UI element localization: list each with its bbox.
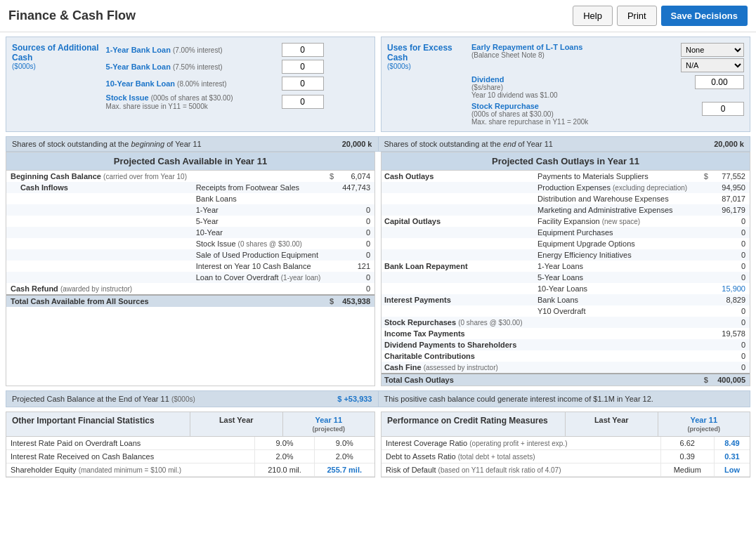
print-button[interactable]: Print xyxy=(617,6,657,26)
cash-outlays-row: Cash Outlays Payments to Materials Suppl… xyxy=(382,171,750,182)
cash-outlays-table: Cash Outlays Payments to Materials Suppl… xyxy=(382,171,750,386)
credit-last: Medium xyxy=(660,463,714,477)
ca-col3 xyxy=(325,272,338,283)
repurchase-section: Stock Repurchase (000s of shares at $30.… xyxy=(471,102,744,126)
co-g2: Distribution and Warehouse Expenses xyxy=(535,193,700,204)
credit-col-last: Last Year xyxy=(565,412,658,436)
co-g2: Marketing and Administrative Expenses xyxy=(535,204,700,216)
cash-outlays-row: Energy Efficiency Initiatives 0 xyxy=(382,249,750,261)
shares-end-value: 20,000 k xyxy=(714,140,744,148)
stats-last: 9.0% xyxy=(255,437,314,450)
co-g1: Capital Outlays xyxy=(382,216,535,227)
co-g4: 8,829 xyxy=(711,294,750,305)
sources-panel: Sources of Additional Cash ($000s) 1-Yea… xyxy=(6,37,375,132)
cash-available-header: Projected Cash Available in Year 11 xyxy=(6,152,374,171)
stats-row: Shareholder Equity (mandated minimum = $… xyxy=(6,463,374,477)
loan2-input[interactable] xyxy=(282,60,324,74)
co-g4: 96,179 xyxy=(711,204,750,216)
co-g4: 0 xyxy=(711,272,750,283)
credit-col-y11: Year 11 (projected) xyxy=(658,412,750,436)
credit-row: Debt to Assets Ratio (total debt + total… xyxy=(382,450,750,463)
cash-available-row: 10-Year 0 xyxy=(6,227,374,238)
credit-y11: 0.31 xyxy=(714,450,750,463)
early-repay-dropdown1[interactable]: None xyxy=(681,43,744,57)
ca-col4: 0 xyxy=(338,249,374,261)
ca-col2: Interest on Year 10 Cash Balance xyxy=(192,261,325,272)
ca-col3 xyxy=(325,193,338,204)
ca-col4: 0 xyxy=(338,216,374,227)
ca-col2: Stock Issue (0 shares @ $30.00) xyxy=(192,238,325,249)
co-g2 xyxy=(535,350,700,362)
co-g1 xyxy=(382,204,535,216)
dividend-section: Dividend ($s/share) Year 10 dividend was… xyxy=(471,75,744,99)
co-g1: Cash Fine (assessed by instructor) xyxy=(382,362,535,374)
co-g3 xyxy=(700,238,711,249)
loan2-row: 5-Year Bank Loan (7.50% interest) xyxy=(106,60,369,74)
stats-row: Interest Rate Paid on Overdraft Loans 9.… xyxy=(6,437,374,450)
stats-row: Interest Rate Received on Cash Balances … xyxy=(6,450,374,463)
loan3-input[interactable] xyxy=(282,77,324,91)
ca-col2: Bank Loans xyxy=(192,193,325,204)
ca-col2: Receipts from Footwear Sales xyxy=(192,182,325,193)
stats-label: Interest Rate Paid on Overdraft Loans xyxy=(6,437,255,450)
help-button[interactable]: Help xyxy=(573,6,613,26)
co-g3 xyxy=(700,350,711,362)
co-g4: 0 xyxy=(711,317,750,328)
cash-outlays-row: Capital Outlays Facility Expansion (new … xyxy=(382,216,750,227)
ca-col4: 0 xyxy=(338,204,374,216)
cash-outlays-row: Charitable Contributions 0 xyxy=(382,350,750,362)
co-g1 xyxy=(382,182,535,193)
ca-col3 xyxy=(325,204,338,216)
cash-available-row: Beginning Cash Balance (carried over fro… xyxy=(6,171,374,182)
co-g4: 0 xyxy=(711,362,750,374)
ca-col3 xyxy=(325,227,338,238)
projected-bar: Projected Cash Balance at the End of Yea… xyxy=(6,390,750,407)
ca-col2 xyxy=(192,171,325,182)
co-g2: Facility Expansion (new space) xyxy=(535,216,700,227)
co-g2 xyxy=(535,374,700,386)
page-container: Finance & Cash Flow Help Print Save Deci… xyxy=(0,0,756,533)
cash-available-panel: Projected Cash Available in Year 11 Begi… xyxy=(6,152,375,386)
cash-outlays-row: Dividend Payments to Shareholders 0 xyxy=(382,339,750,350)
cash-available-row: 5-Year 0 xyxy=(6,216,374,227)
dividend-input[interactable] xyxy=(695,75,744,89)
stock-issue-row: Stock Issue (000s of shares at $30.00) M… xyxy=(106,93,369,110)
co-g4: 19,578 xyxy=(711,328,750,339)
ca-col1 xyxy=(6,249,192,261)
ca-col4: 447,743 xyxy=(338,182,374,193)
projected-label: Projected Cash Balance at the End of Yea… xyxy=(12,395,195,403)
cash-available-row: Stock Issue (0 shares @ $30.00) 0 xyxy=(6,238,374,249)
ca-col1 xyxy=(6,216,192,227)
loan3-label: 10-Year Bank Loan (8.00% interest) xyxy=(106,79,282,88)
cash-section: Projected Cash Available in Year 11 Begi… xyxy=(6,152,750,386)
repurchase-input[interactable] xyxy=(702,102,744,116)
stats-y11: 9.0% xyxy=(314,437,374,450)
co-g3 xyxy=(700,283,711,294)
uses-panel: Uses for Excess Cash ($000s) Early Repay… xyxy=(381,37,750,132)
co-g3 xyxy=(700,227,711,238)
stats-panel: Other Important Financial Statistics Las… xyxy=(6,412,375,478)
credit-y11: Low xyxy=(714,463,750,477)
stock-input[interactable] xyxy=(282,95,324,109)
loan2-label: 5-Year Bank Loan (7.50% interest) xyxy=(106,62,282,71)
co-g3 xyxy=(700,249,711,261)
co-g2: Equipment Upgrade Options xyxy=(535,238,700,249)
co-g1 xyxy=(382,193,535,204)
loan1-input[interactable] xyxy=(282,43,324,57)
early-repay-dropdown2[interactable]: N/A xyxy=(681,58,744,72)
co-g3 xyxy=(700,193,711,204)
co-g4: 15,900 xyxy=(711,283,750,294)
save-button[interactable]: Save Decisions xyxy=(661,6,748,26)
cash-outlays-row: Bank Loan Repayment 1-Year Loans 0 xyxy=(382,261,750,272)
uses-top: Uses for Excess Cash ($000s) Early Repay… xyxy=(387,43,744,126)
ca-col1 xyxy=(6,204,192,216)
co-g2: Y10 Overdraft xyxy=(535,305,700,317)
co-g4: 94,950 xyxy=(711,182,750,193)
cash-outlays-row: Cash Fine (assessed by instructor) 0 xyxy=(382,362,750,374)
ca-col1: Total Cash Available from All Sources xyxy=(6,295,192,307)
co-g1: Income Tax Payments xyxy=(382,328,535,339)
stats-y11: 2.0% xyxy=(314,450,374,463)
co-g1 xyxy=(382,227,535,238)
co-g2: 10-Year Loans xyxy=(535,283,700,294)
credit-row: Risk of Default (based on Y11 default ri… xyxy=(382,463,750,477)
